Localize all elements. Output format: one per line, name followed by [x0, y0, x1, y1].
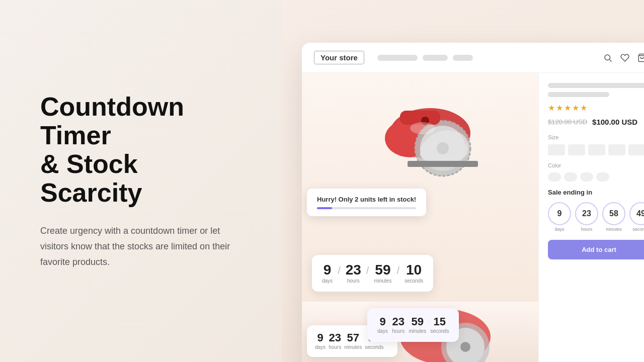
circle-minutes: 58 minutes	[602, 202, 625, 232]
store-icons	[603, 53, 644, 63]
circle-seconds-value: 49	[629, 202, 644, 225]
search-icon[interactable]	[603, 53, 613, 63]
store-logo: Your store	[314, 51, 364, 64]
circle-days: 9 days	[548, 202, 571, 232]
svg-rect-11	[408, 161, 478, 167]
timer-minutes-2: 59 minutes	[409, 316, 426, 334]
timer-minutes-3: 57 minutes	[344, 332, 362, 350]
stock-alert-text: Hurry! Only 2 units left in stock!	[317, 196, 416, 203]
price-new: $100.00 USD	[592, 118, 637, 126]
color-chip-1[interactable]	[548, 172, 561, 182]
size-chip-5[interactable]	[628, 144, 644, 155]
cart-icon[interactable]	[637, 53, 644, 63]
wishlist-icon[interactable]	[620, 53, 630, 63]
sale-ending-label: Sale ending in	[548, 189, 644, 196]
timer-hours-3: 23 hours	[329, 332, 341, 350]
circle-hours-value: 23	[575, 202, 598, 225]
timer-divider-3: /	[396, 263, 399, 277]
stock-progress-bar	[317, 207, 416, 209]
circle-days-label: days	[554, 227, 564, 232]
store-header: Your store	[302, 43, 644, 73]
product-title-bar-2	[548, 92, 609, 97]
main-heading: Countdown Timer & Stock Scarcity	[40, 93, 242, 208]
star-5: ★	[580, 103, 587, 113]
color-chip-2[interactable]	[564, 172, 577, 182]
store-nav-pills	[377, 55, 595, 61]
timer-seconds-1: 10 seconds	[405, 263, 423, 284]
store-mockup: Your store	[302, 43, 644, 362]
store-body: Hurry! Only 2 units left in stock! 9 day…	[302, 73, 644, 362]
timer-days-3: 9 days	[315, 332, 326, 350]
circle-seconds: 49 seconds	[629, 202, 644, 232]
right-panel: Your store	[282, 0, 644, 362]
size-chip-4[interactable]	[608, 144, 625, 155]
timer-hours-1: 23 hours	[346, 263, 361, 284]
circle-minutes-label: minutes	[606, 227, 622, 232]
countdown-timer-purple: 9 days 23 hours 59 minutes 15 seconds	[367, 308, 459, 342]
circle-seconds-label: seconds	[632, 227, 644, 232]
color-label: Color	[548, 162, 644, 168]
product-title-bar-1	[548, 83, 644, 88]
circle-days-value: 9	[548, 202, 571, 225]
timer-divider-1: /	[338, 263, 341, 277]
color-chip-3[interactable]	[580, 172, 593, 182]
product-image-container	[302, 73, 538, 204]
nav-pill-2[interactable]	[423, 55, 448, 61]
main-description: Create urgency with a countdown timer or…	[40, 223, 242, 269]
product-info: ★ ★ ★ ★ ★ $120.00 USD $100.00 USD Size	[538, 73, 644, 362]
stock-alert: Hurry! Only 2 units left in stock!	[307, 189, 426, 216]
circle-countdown: 9 days 23 hours 58 minutes 49 seconds	[548, 202, 644, 232]
svg-point-0	[605, 55, 610, 60]
price-row: $120.00 USD $100.00 USD	[548, 118, 644, 126]
left-panel: Countdown Timer & Stock Scarcity Create …	[0, 0, 282, 362]
star-1: ★	[548, 103, 555, 113]
svg-point-16	[460, 342, 470, 352]
size-chip-3[interactable]	[588, 144, 605, 155]
product-area: Hurry! Only 2 units left in stock! 9 day…	[302, 73, 538, 362]
svg-point-12	[410, 122, 435, 134]
timer-hours-2: 23 hours	[392, 316, 405, 334]
size-options	[548, 144, 644, 155]
price-old: $120.00 USD	[548, 118, 587, 126]
size-label: Size	[548, 134, 644, 140]
star-2: ★	[556, 103, 563, 113]
color-chip-4[interactable]	[596, 172, 609, 182]
svg-line-1	[610, 59, 612, 61]
stock-progress-fill	[317, 207, 332, 209]
size-chip-1[interactable]	[548, 144, 565, 155]
timer-days-1: 9 days	[322, 263, 333, 284]
timer-minutes-1: 59 minutes	[374, 263, 391, 284]
timer-divider-2: /	[366, 263, 369, 277]
timer-days-2: 9 days	[377, 316, 388, 334]
timer-seconds-2: 15 seconds	[430, 316, 449, 334]
circle-minutes-value: 58	[602, 202, 625, 225]
star-rating: ★ ★ ★ ★ ★	[548, 103, 644, 113]
circle-hours-label: hours	[581, 227, 593, 232]
star-4: ★	[572, 103, 579, 113]
add-to-cart-button[interactable]: Add to cart	[548, 240, 644, 259]
countdown-timer-white: 9 days / 23 hours / 59 minutes /	[312, 255, 433, 292]
star-3: ★	[564, 103, 571, 113]
nav-pill-3[interactable]	[453, 55, 473, 61]
saw-image	[350, 83, 491, 194]
circle-hours: 23 hours	[575, 202, 598, 232]
nav-pill-1[interactable]	[377, 55, 418, 61]
size-chip-2[interactable]	[568, 144, 585, 155]
color-options	[548, 172, 644, 182]
